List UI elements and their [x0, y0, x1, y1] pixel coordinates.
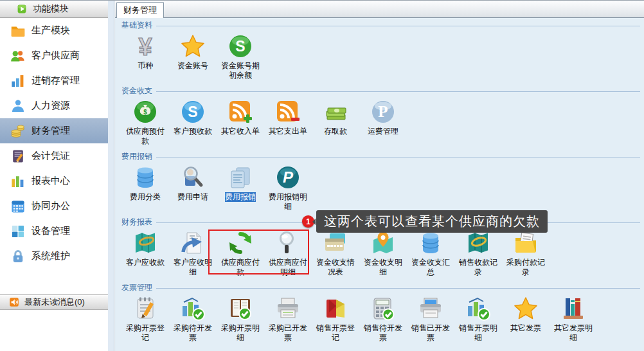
rss-minus-icon — [275, 99, 301, 125]
module-item-label: 资金收支明细 — [362, 258, 404, 277]
module-item-label: 费用报销明细 — [267, 192, 309, 212]
sidebar-item-7[interactable]: 协同办公 — [0, 194, 108, 219]
sidebar-header-label: 功能模块 — [33, 3, 69, 15]
module-item-3-0[interactable]: 客户应收款 — [121, 230, 169, 267]
module-item-0-0[interactable]: ¥币种 — [121, 33, 169, 71]
lock-blue-icon — [10, 249, 26, 264]
module-item-label: 销售开票明细 — [458, 323, 499, 343]
svg-text:S: S — [235, 38, 245, 55]
module-item-4-5[interactable]: 销售待开发票 — [359, 296, 407, 343]
sidebar-item-4[interactable]: 财务管理 — [0, 118, 108, 143]
module-item-4-3[interactable]: 采购已开发票 — [264, 296, 312, 343]
section-divider-line — [156, 26, 640, 26]
refresh-green-icon — [228, 230, 253, 256]
notepad-pencil-icon — [132, 296, 158, 321]
module-item-3-8[interactable]: 采购付款记录 — [502, 230, 550, 277]
module-item-3-1[interactable]: 客户应收明细 — [169, 230, 217, 277]
module-item-label: 存取款 — [324, 127, 347, 136]
section-title: 财务报表 — [121, 217, 152, 228]
section-title: 基础资料 — [121, 20, 152, 31]
diamond-book-icon — [323, 296, 348, 321]
section-legend: 资金收支 — [121, 86, 640, 95]
module-item-3-4[interactable]: 资金收支情况表 — [312, 230, 359, 277]
module-item-label: 采购待开发票 — [172, 323, 213, 343]
svg-text:S: S — [188, 104, 197, 120]
sidebar-item-label: 客户供应商 — [31, 50, 80, 62]
magnifier-person-icon — [180, 165, 206, 190]
module-item-1-1[interactable]: S客户预收款 — [169, 99, 217, 136]
module-item-2-2[interactable]: 费用报销 — [217, 165, 264, 202]
books-shelf-icon — [560, 296, 586, 321]
section-4: 发票管理采购开票登记采购待开发票采购开票明细采购已开发票销售开票登记销售待开发票… — [121, 283, 640, 343]
module-item-3-6[interactable]: 资金收支汇总 — [407, 230, 454, 277]
sidebar-footer-unread-messages[interactable]: 最新未读消息(0) — [0, 294, 108, 310]
sidebar-item-label: 会计凭证 — [31, 150, 70, 162]
calendar-blue-icon — [10, 199, 26, 214]
svg-text:¥: ¥ — [138, 33, 152, 59]
star-gold-icon — [513, 296, 539, 321]
svg-text:P: P — [283, 168, 294, 186]
module-item-3-7[interactable]: 销售收款记录 — [454, 230, 502, 277]
module-item-label: 资金账号 — [177, 61, 208, 71]
module-item-2-0[interactable]: 费用分类 — [121, 165, 169, 202]
section-title: 资金收支 — [121, 86, 152, 96]
module-item-3-2[interactable]: 供应商应付款 — [217, 230, 264, 277]
module-item-label: 费用报销 — [225, 192, 256, 202]
section-1: 资金收支$供应商预付款S客户预收款其它收入单其它支出单存取款P运费管理 — [121, 86, 640, 146]
sidebar-item-3[interactable]: 人力资源 — [0, 93, 108, 118]
section-0: 基础资料¥币种资金账号S资金账号期初余额 — [121, 21, 640, 80]
module-item-4-4[interactable]: 销售开票登记 — [312, 296, 359, 343]
sidebar-item-label: 系统维护 — [31, 250, 70, 262]
section-items: 费用分类费用申请费用报销P费用报销明细 — [121, 161, 640, 212]
sidebar-item-label: 报表中心 — [31, 175, 70, 187]
modules-icon — [17, 4, 27, 14]
sidebar-item-6[interactable]: 报表中心 — [0, 168, 108, 194]
sidebar-item-5[interactable]: 会计凭证 — [0, 143, 108, 168]
sidebar-item-label: 人力资源 — [31, 100, 70, 112]
module-item-4-0[interactable]: 采购开票登记 — [121, 296, 169, 343]
module-item-4-6[interactable]: 销售已开发票 — [407, 296, 454, 343]
section-items: 客户应收款客户应收明细供应商应付款供应商应付明细资金收支情况表资金收支明细资金收… — [121, 226, 640, 277]
sidebar-footer-label: 最新未读消息(0) — [24, 296, 85, 308]
module-item-2-1[interactable]: 费用申请 — [169, 165, 217, 202]
sidebar-item-2[interactable]: 进销存管理 — [0, 68, 108, 93]
module-item-4-8[interactable]: 其它发票 — [502, 296, 550, 333]
folder-orange-icon — [10, 23, 26, 39]
module-item-1-3[interactable]: 其它支出单 — [264, 99, 312, 136]
speaker-icon — [9, 297, 19, 307]
section-items: $供应商预付款S客户预收款其它收入单其它支出单存取款P运费管理 — [121, 95, 640, 146]
db-blue-icon — [132, 165, 158, 190]
module-item-label: 其它收入单 — [221, 127, 260, 136]
sidebar-header-modules[interactable]: 功能模块 — [0, 1, 108, 18]
module-item-label: 客户预收款 — [174, 127, 212, 136]
module-item-4-1[interactable]: 采购待开发票 — [169, 296, 217, 343]
sidebar-item-1[interactable]: 客户供应商 — [0, 43, 108, 68]
module-item-1-4[interactable]: 存取款 — [312, 99, 359, 136]
module-item-3-3[interactable]: 供应商应付明细 — [264, 230, 312, 277]
module-item-label: 费用分类 — [130, 192, 161, 202]
tab-finance-management[interactable]: 财务管理 — [116, 2, 164, 18]
sidebar-item-8[interactable]: 设备管理 — [0, 219, 108, 244]
circle-s-green-icon: S — [228, 33, 253, 59]
credit-card-icon — [323, 230, 348, 256]
sidebar-item-0[interactable]: 生产模块 — [0, 18, 108, 43]
module-item-4-2[interactable]: 采购开票明细 — [217, 296, 264, 343]
folder-doc-icon — [513, 230, 539, 256]
module-item-1-2[interactable]: 其它收入单 — [217, 99, 264, 136]
calc-check-icon — [370, 296, 396, 321]
module-item-4-7[interactable]: 销售开票明细 — [454, 296, 502, 343]
module-item-3-5[interactable]: 资金收支明细 — [359, 230, 407, 277]
module-item-label: 采购开票登记 — [125, 323, 166, 343]
module-item-2-3[interactable]: P费用报销明细 — [264, 165, 312, 212]
module-item-4-9[interactable]: 其它发票明细 — [550, 296, 597, 343]
module-item-1-0[interactable]: $供应商预付款 — [121, 99, 169, 146]
module-item-0-1[interactable]: 资金账号 — [169, 33, 217, 71]
module-item-1-5[interactable]: P运费管理 — [359, 99, 407, 136]
module-item-label: 供应商应付明细 — [267, 258, 309, 277]
module-item-label: 其它发票 — [510, 323, 541, 333]
module-item-label: 币种 — [138, 61, 153, 71]
sidebar-splitter[interactable] — [108, 1, 114, 351]
module-item-0-2[interactable]: S资金账号期初余额 — [217, 33, 264, 80]
sidebar-item-9[interactable]: 系统维护 — [0, 244, 108, 269]
sidebar-item-label: 财务管理 — [31, 125, 70, 137]
